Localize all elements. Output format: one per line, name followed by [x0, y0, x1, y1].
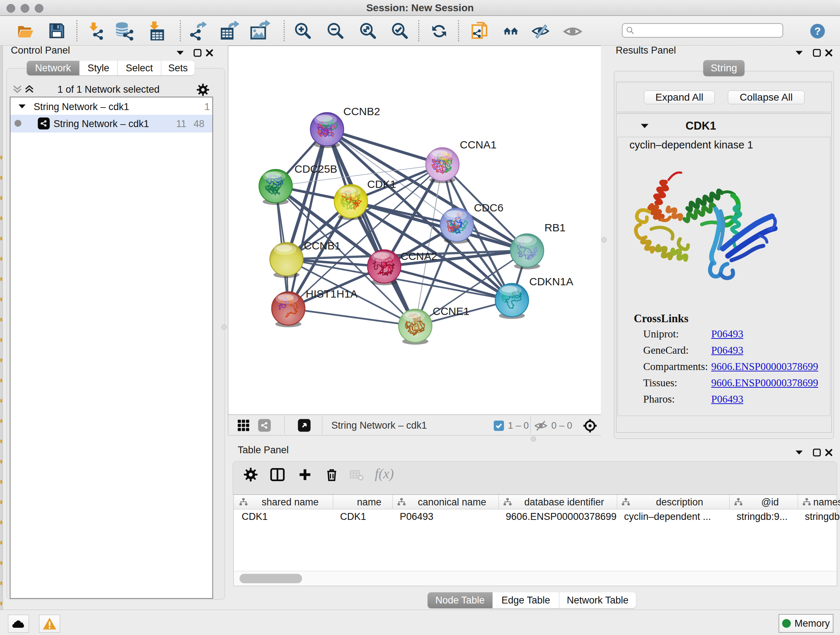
svg-text:CDC6: CDC6	[474, 202, 504, 214]
svg-text:HIST1H1A: HIST1H1A	[306, 288, 357, 300]
svg-text:CDC25B: CDC25B	[294, 163, 337, 175]
svg-text:RB1: RB1	[545, 222, 565, 233]
svg-text:CCNE1: CCNE1	[433, 305, 470, 317]
svg-text:CDK1: CDK1	[367, 178, 396, 190]
svg-text:?: ?	[814, 25, 821, 37]
svg-text:CCNA1: CCNA1	[460, 139, 497, 150]
svg-text:CCNB2: CCNB2	[343, 105, 380, 117]
svg-text:CCNB1: CCNB1	[304, 240, 341, 252]
svg-text:CDKN1A: CDKN1A	[529, 276, 573, 287]
svg-text:CCNA2: CCNA2	[401, 250, 437, 262]
